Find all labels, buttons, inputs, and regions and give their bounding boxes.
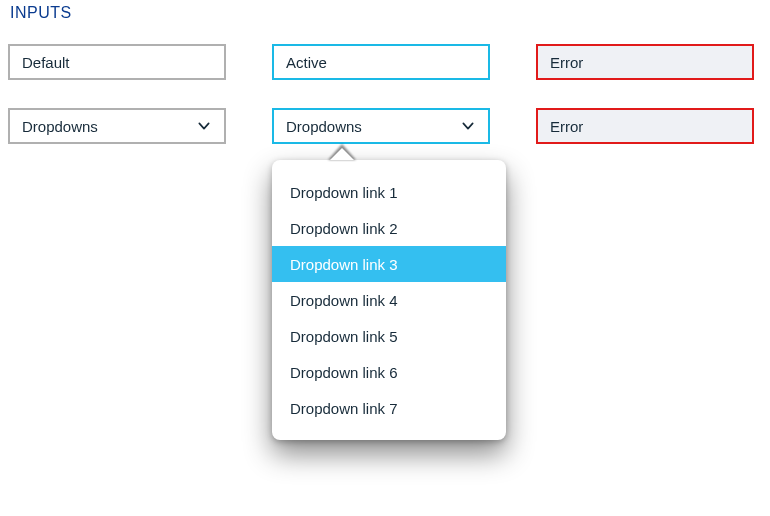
dropdown-active[interactable]: Dropdowns [272,108,490,144]
dropdown-default[interactable]: Dropdowns [8,108,226,144]
input-error[interactable]: Error [536,44,754,80]
inputs-row-text: Default Active Error [8,44,762,80]
chevron-down-icon [196,118,212,134]
dropdown-active-value: Dropdowns [286,118,362,135]
dropdown-menu-item[interactable]: Dropdown link 5 [272,318,506,354]
dropdown-error-value: Error [550,118,583,135]
dropdown-menu-item[interactable]: Dropdown link 3 [272,246,506,282]
dropdown-default-value: Dropdowns [22,118,98,135]
dropdown-menu-item[interactable]: Dropdown link 4 [272,282,506,318]
dropdown-menu: Dropdown link 1Dropdown link 2Dropdown l… [272,160,506,440]
input-default-value: Default [22,54,70,71]
chevron-down-icon [460,118,476,134]
dropdown-menu-item[interactable]: Dropdown link 7 [272,390,506,426]
input-active[interactable]: Active [272,44,490,80]
input-error-value: Error [550,54,583,71]
section-title: INPUTS [10,4,762,22]
input-default[interactable]: Default [8,44,226,80]
dropdown-menu-item[interactable]: Dropdown link 2 [272,210,506,246]
dropdown-error[interactable]: Error [536,108,754,144]
inputs-row-dropdowns: Dropdowns Dropdowns Dropdown link 1Dropd… [8,108,762,144]
dropdown-menu-item[interactable]: Dropdown link 1 [272,174,506,210]
input-active-value: Active [286,54,327,71]
dropdown-menu-item[interactable]: Dropdown link 6 [272,354,506,390]
